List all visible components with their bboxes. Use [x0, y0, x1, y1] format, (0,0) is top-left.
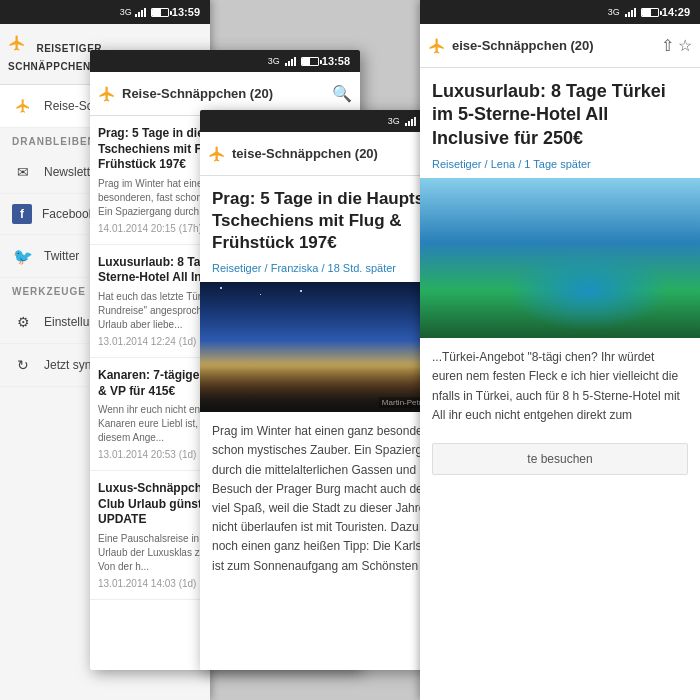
- nav-label-twitter: Twitter: [44, 249, 79, 263]
- battery-1: [151, 8, 169, 17]
- app-bar-title-4: eise-Schnäppchen (20): [452, 38, 653, 53]
- star-icon-4[interactable]: ☆: [678, 36, 692, 55]
- signal-label-3: 3G: [388, 116, 400, 126]
- status-bar-4: 3G 14:29: [420, 0, 700, 24]
- s4b2: [628, 12, 630, 17]
- search-icon-2[interactable]: 🔍: [332, 84, 352, 103]
- signal-bars-1: [135, 7, 146, 17]
- status-bar-1: 3G 13:59: [0, 0, 210, 24]
- battery-fill-4: [642, 9, 651, 16]
- bar1: [135, 14, 137, 17]
- signal-bars-3: [405, 116, 416, 126]
- status-icons-2: 3G 13:58: [268, 55, 354, 67]
- s4b4: [634, 8, 636, 17]
- s2b3: [291, 59, 293, 66]
- battery-fill-2: [302, 58, 310, 65]
- s2b2: [288, 61, 290, 66]
- s3b4: [414, 117, 416, 126]
- time-4: 14:29: [662, 6, 690, 18]
- time-1: 13:59: [172, 6, 200, 18]
- signal-label-4: 3G: [608, 7, 620, 17]
- s2b1: [285, 63, 287, 66]
- status-bar-2: 3G 13:58: [90, 50, 360, 72]
- nav-label-facebook: Facebook: [42, 207, 95, 221]
- share-icon-4[interactable]: ⇧: [661, 36, 674, 55]
- article-body-4: ...Türkei-Angebot "8-tägi chen? Ihr würd…: [420, 338, 700, 435]
- s2b4: [294, 57, 296, 66]
- facebook-icon: f: [12, 204, 32, 224]
- time-2: 13:58: [322, 55, 350, 67]
- status-icons-1: 3G 13:59: [120, 6, 204, 18]
- visit-button-4[interactable]: te besuchen: [432, 443, 688, 475]
- plane-icon-nav: [12, 95, 34, 117]
- battery-fill-1: [152, 9, 162, 16]
- newsletter-icon: ✉: [12, 161, 34, 183]
- app-bar-title-3: teise-Schnäppchen (20): [232, 146, 433, 161]
- signal-label-1: 3G: [120, 7, 132, 17]
- plane-icon-2: [98, 85, 116, 103]
- bar2: [138, 12, 140, 17]
- s4b1: [625, 14, 627, 17]
- s3b3: [411, 119, 413, 126]
- sync-icon: ↻: [12, 354, 34, 376]
- s3b1: [405, 123, 407, 126]
- bar4: [144, 8, 146, 17]
- article-hero-title-4: Luxusurlaub: 8 Tage Türkei im 5-Sterne-H…: [420, 68, 700, 158]
- article-meta-4: Reisetiger / Lena / 1 Tage später: [420, 158, 700, 178]
- signal-label-2: 3G: [268, 56, 280, 66]
- plane-icon-3: [208, 145, 226, 163]
- battery-2: [301, 57, 319, 66]
- app-bar-title-2: Reise-Schnäppchen (20): [122, 86, 324, 101]
- gear-icon: ⚙: [12, 311, 34, 333]
- signal-bars-2: [285, 56, 296, 66]
- bar3: [141, 10, 143, 17]
- status-icons-4: 3G 14:29: [608, 6, 694, 18]
- screen-4: 3G 14:29 eise-Schnäppchen (20) ⇧ ☆ Luxus…: [420, 0, 700, 700]
- twitter-icon: 🐦: [12, 245, 34, 267]
- article-hero-img-4: [420, 178, 700, 338]
- signal-bars-4: [625, 7, 636, 17]
- plane-icon-1: [8, 34, 26, 52]
- s3b2: [408, 121, 410, 126]
- pool-scene: [420, 178, 700, 338]
- app-bar-4: eise-Schnäppchen (20) ⇧ ☆: [420, 24, 700, 68]
- battery-4: [641, 8, 659, 17]
- plane-icon-4: [428, 37, 446, 55]
- s4b3: [631, 10, 633, 17]
